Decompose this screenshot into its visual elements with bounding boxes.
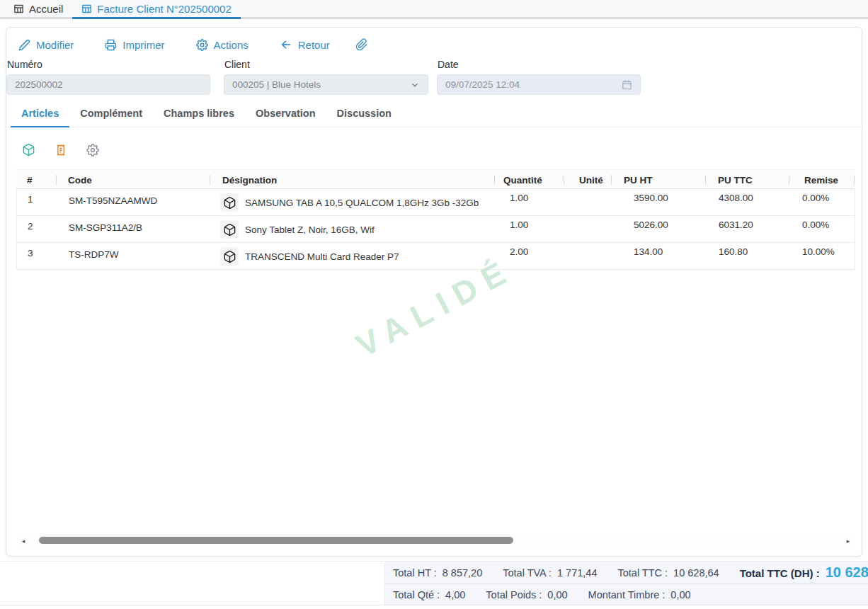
total-poids: Total Poids : 0,00 bbox=[486, 589, 567, 601]
row-pu-ttc: 4308.00 bbox=[719, 193, 753, 203]
total-qte: Total Qté : 4,00 bbox=[393, 589, 465, 601]
pencil-icon bbox=[18, 39, 30, 51]
client-field-group: Client 000205 | Blue Hotels bbox=[224, 59, 428, 95]
client-value: 000205 | Blue Hotels bbox=[232, 79, 321, 90]
col-unite[interactable]: Unité bbox=[579, 170, 603, 190]
column-separator bbox=[611, 175, 612, 185]
table-header: # Code Désignation Quantité Unité PU HT … bbox=[16, 169, 855, 189]
total-tva-label: Total TVA : bbox=[503, 567, 552, 579]
tab-articles-label: Articles bbox=[21, 108, 59, 119]
numero-field-group: Numéro 202500002 bbox=[6, 59, 210, 95]
row-pu-ht: 5026.00 bbox=[634, 220, 668, 230]
scrollbar-thumb[interactable] bbox=[39, 537, 513, 544]
gear-icon[interactable] bbox=[86, 144, 99, 156]
tab-observation[interactable]: Observation bbox=[245, 101, 326, 127]
col-remise[interactable]: Remise bbox=[804, 170, 838, 190]
col-quantite[interactable]: Quantité bbox=[503, 170, 542, 190]
scroll-right-icon[interactable]: ▸ bbox=[843, 535, 854, 547]
montant-timbre-label: Montant Timbre : bbox=[588, 589, 666, 601]
total-poids-label: Total Poids : bbox=[486, 589, 542, 601]
package-icon bbox=[220, 193, 239, 212]
total-ht: Total HT : 8 857,20 bbox=[393, 567, 482, 579]
printer-icon bbox=[105, 39, 117, 51]
tab-discussion-label: Discussion bbox=[337, 108, 392, 119]
client-label: Client bbox=[224, 59, 428, 71]
col-num[interactable]: # bbox=[27, 170, 33, 190]
print-button[interactable]: Imprimer bbox=[105, 39, 164, 51]
row-pu-ht: 3590.00 bbox=[634, 193, 668, 203]
actions-label: Actions bbox=[214, 39, 249, 51]
column-separator bbox=[56, 175, 57, 185]
total-ttc-dh-label: Total TTC (DH) : bbox=[740, 567, 820, 579]
paperclip-icon[interactable] bbox=[355, 38, 368, 51]
row-qty: 1.00 bbox=[510, 193, 528, 203]
print-label: Imprimer bbox=[122, 39, 164, 51]
total-qte-value: 4,00 bbox=[445, 589, 465, 601]
back-button[interactable]: Retour bbox=[280, 38, 330, 51]
total-ht-label: Total HT : bbox=[393, 567, 437, 579]
row-remise: 10.00% bbox=[802, 246, 835, 257]
col-designation[interactable]: Désignation bbox=[222, 170, 277, 190]
row-pu-ttc: 6031.20 bbox=[719, 220, 753, 230]
modify-button[interactable]: Modifier bbox=[18, 39, 74, 51]
tab-observation-label: Observation bbox=[256, 108, 316, 119]
calendar-icon bbox=[622, 79, 632, 90]
column-separator bbox=[494, 175, 495, 185]
package-icon[interactable] bbox=[22, 143, 35, 156]
client-select[interactable]: 000205 | Blue Hotels bbox=[224, 74, 428, 95]
numero-value: 202500002 bbox=[15, 79, 63, 90]
table-row[interactable]: 2 SM-SGP311A2/B Sony Tablet Z, Noir, 16G… bbox=[17, 216, 855, 243]
numero-input[interactable]: 202500002 bbox=[6, 74, 210, 95]
tab-accueil-label: Accueil bbox=[29, 3, 63, 15]
row-designation-text: SAMSUNG TAB A 10,5 QUALCOM 1,8GHz 3Gb -3… bbox=[245, 198, 479, 208]
total-ttc-label: Total TTC : bbox=[617, 567, 668, 579]
row-number: 1 bbox=[28, 194, 33, 205]
tab-discussion[interactable]: Discussion bbox=[326, 101, 402, 127]
total-tva: Total TVA : 1 771,44 bbox=[503, 567, 597, 579]
total-ht-value: 8 857,20 bbox=[442, 567, 482, 579]
screen: Accueil Facture Client N°202500002 Modif… bbox=[0, 0, 868, 609]
date-value: 09/07/2025 12:04 bbox=[445, 79, 520, 90]
tab-facture-client[interactable]: Facture Client N°202500002 bbox=[72, 0, 240, 19]
row-designation-text: Sony Tablet Z, Noir, 16GB, Wif bbox=[245, 224, 375, 235]
row-number: 3 bbox=[28, 248, 33, 258]
tab-complement[interactable]: Complément bbox=[69, 101, 153, 127]
scroll-left-icon[interactable]: ◂ bbox=[18, 535, 29, 547]
col-pu-ht[interactable]: PU HT bbox=[624, 170, 653, 190]
table-row[interactable]: 3 TS-RDP7W TRANSCEND Multi Card Reader P… bbox=[17, 243, 855, 270]
col-code[interactable]: Code bbox=[68, 170, 92, 190]
column-separator bbox=[789, 175, 789, 185]
totals-footer: Total HT : 8 857,20 Total TVA : 1 771,44… bbox=[0, 561, 868, 605]
row-pu-ttc: 160.80 bbox=[719, 246, 748, 257]
row-qty: 1.00 bbox=[510, 220, 528, 230]
row-remise: 0.00% bbox=[802, 220, 829, 230]
total-ttc: Total TTC : 10 628,64 bbox=[617, 567, 719, 579]
total-qte-label: Total Qté : bbox=[393, 589, 440, 601]
row-designation: Sony Tablet Z, Noir, 16GB, Wif bbox=[220, 216, 375, 243]
row-qty: 2.00 bbox=[510, 246, 528, 257]
tab-accueil[interactable]: Accueil bbox=[4, 0, 72, 19]
row-code: SM-SGP311A2/B bbox=[69, 222, 142, 233]
total-ttc-dh-value: 10 628,64 bbox=[826, 564, 868, 581]
package-icon bbox=[220, 220, 239, 239]
column-separator bbox=[210, 175, 210, 185]
date-label: Date bbox=[437, 59, 641, 71]
actions-button[interactable]: Actions bbox=[196, 39, 249, 51]
tab-articles[interactable]: Articles bbox=[11, 101, 69, 127]
total-ttc-dh: Total TTC (DH) : 10 628,64 bbox=[740, 564, 868, 581]
tab-champs-libres-label: Champs libres bbox=[164, 108, 234, 119]
montant-timbre-value: 0,00 bbox=[670, 589, 690, 601]
tab-champs-libres[interactable]: Champs libres bbox=[153, 101, 245, 127]
date-input[interactable]: 09/07/2025 12:04 bbox=[437, 74, 641, 95]
section-tabs: Articles Complément Champs libres Observ… bbox=[6, 101, 862, 127]
row-designation-text: TRANSCEND Multi Card Reader P7 bbox=[245, 251, 399, 262]
row-code: TS-RDP7W bbox=[69, 249, 119, 260]
table-row[interactable]: 1 SM-T595NZAAMWD SAMSUNG TAB A 10,5 QUAL… bbox=[17, 189, 855, 216]
receipt-icon[interactable] bbox=[55, 144, 67, 156]
grid-icon bbox=[81, 4, 92, 14]
horizontal-scrollbar[interactable]: ◂ ▸ bbox=[16, 535, 855, 547]
total-tva-value: 1 771,44 bbox=[557, 567, 597, 579]
grid-icon bbox=[13, 4, 24, 14]
col-pu-ttc[interactable]: PU TTC bbox=[718, 170, 753, 190]
numero-label: Numéro bbox=[6, 59, 210, 71]
